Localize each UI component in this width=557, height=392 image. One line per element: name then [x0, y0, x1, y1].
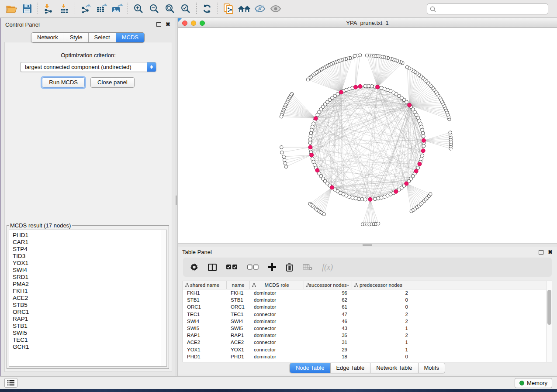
export-network-icon — [80, 3, 91, 14]
mcds-result-item[interactable]: SWI5 — [13, 330, 166, 337]
table-cell: 1 — [352, 346, 410, 353]
network-canvas[interactable] — [178, 28, 557, 243]
column-header-predecessor-nodes[interactable]: predecessor nodes — [352, 281, 410, 289]
zoom-out-button[interactable] — [146, 1, 162, 16]
mcds-result-list: PHD1CAR1STP4TID3YOX1SWI4SRD1PMA2FKH1ACE2… — [9, 230, 166, 351]
select-all-button[interactable] — [226, 265, 238, 270]
table-row[interactable]: TEC1TEC1connector472 — [183, 311, 552, 318]
close-table-panel-icon[interactable]: ✖ — [548, 250, 553, 254]
function-builder-button[interactable]: f(x) — [322, 263, 333, 272]
mcds-result-item[interactable]: STP4 — [13, 246, 166, 253]
table-cell: 0 — [352, 303, 410, 310]
table-row[interactable]: PHD1PHD1dominator180 — [183, 353, 552, 360]
column-header-name[interactable]: name — [227, 281, 250, 289]
column-header-successor-nodes[interactable]: successor nodes⌄ — [304, 281, 352, 289]
minimize-window-light[interactable] — [191, 21, 196, 26]
table-row[interactable]: SWI5SWI5connector431 — [183, 325, 552, 332]
search-input[interactable] — [438, 6, 545, 12]
table-cell: STB1 — [227, 296, 250, 303]
table-settings-button[interactable] — [190, 263, 198, 272]
memory-button[interactable]: Memory — [515, 378, 552, 388]
mcds-result-item[interactable]: FKH1 — [13, 288, 166, 295]
import-network-button[interactable] — [41, 1, 56, 16]
mcds-result-item[interactable]: TEC1 — [13, 337, 166, 344]
table-row[interactable]: ACE2ACE2connector311 — [183, 339, 552, 346]
clone-network-button[interactable] — [221, 1, 236, 16]
mcds-result-item[interactable]: PMA2 — [13, 281, 166, 288]
column-header-shared-name[interactable]: shared name — [183, 281, 227, 289]
hide-selected-button[interactable] — [252, 1, 268, 16]
task-history-button[interactable] — [4, 378, 17, 388]
mcds-result-item[interactable]: STB1 — [13, 323, 166, 330]
refresh-button[interactable] — [199, 1, 215, 16]
add-column-button[interactable] — [268, 263, 276, 271]
network-window-titlebar[interactable]: YPA_prune.txt_1 — [178, 18, 557, 28]
mcds-result-item[interactable]: TID3 — [13, 253, 166, 260]
table-row[interactable]: RAP1RAP1dominator352 — [183, 332, 552, 339]
vertical-splitter[interactable] — [175, 18, 178, 376]
table-tab-edge-table[interactable]: Edge Table — [330, 363, 370, 373]
mcds-result-item[interactable]: ORC1 — [13, 309, 166, 316]
mcds-result-item[interactable]: GCR1 — [13, 344, 166, 351]
mcds-result-item[interactable]: ACE2 — [13, 295, 166, 302]
table-row[interactable]: SWI4SWI4dominator462 — [183, 318, 552, 325]
table-row[interactable]: ORC1ORC1dominator610 — [183, 303, 552, 310]
tab-style[interactable]: Style — [64, 33, 89, 42]
import-network-icon — [43, 3, 54, 14]
table-cell: SWI4 — [183, 318, 227, 325]
float-panel-icon[interactable] — [156, 22, 161, 27]
zoom-in-button[interactable] — [131, 1, 146, 16]
zoom-window-light[interactable] — [200, 21, 205, 26]
mcds-result-item[interactable]: PHD1 — [13, 232, 166, 239]
horizontal-splitter[interactable] — [178, 243, 557, 247]
table-tab-network-table[interactable]: Network Table — [370, 363, 418, 373]
table-cell: 47 — [304, 311, 352, 318]
tab-mcds[interactable]: MCDS — [116, 33, 144, 42]
mcds-result-item[interactable]: SWI4 — [13, 267, 166, 274]
table-scrollbar[interactable] — [546, 281, 552, 362]
close-window-light[interactable] — [182, 21, 187, 26]
tab-select[interactable]: Select — [89, 33, 116, 42]
table-tab-motifs[interactable]: Motifs — [418, 363, 445, 373]
mcds-result-item[interactable]: SRD1 — [13, 274, 166, 281]
delete-table-button[interactable] — [303, 264, 312, 271]
mcds-result-item[interactable]: RAP1 — [13, 316, 166, 323]
zoom-selected-button[interactable] — [178, 1, 194, 16]
table-row[interactable]: FKH1FKH1dominator962 — [183, 289, 552, 296]
deselect-all-button[interactable] — [247, 265, 259, 270]
table-row[interactable]: STB1STB1dominator620 — [183, 296, 552, 303]
splitter-handle[interactable] — [176, 196, 177, 205]
import-table-button[interactable] — [56, 1, 72, 16]
table-cell: dominator — [250, 296, 304, 303]
float-table-panel-icon[interactable] — [539, 250, 543, 254]
table-row[interactable]: YOX1YOX1connector291 — [183, 346, 552, 353]
view-corner-marker — [178, 18, 182, 22]
open-file-button[interactable] — [3, 1, 19, 16]
column-header-MCDS-role[interactable]: MCDS role — [250, 281, 304, 289]
table-cell: connector — [250, 339, 304, 346]
delete-column-button[interactable] — [286, 263, 293, 272]
save-session-button[interactable] — [19, 1, 35, 16]
mcds-result-item[interactable]: YOX1 — [13, 260, 166, 267]
mcds-list-scrollbar[interactable] — [161, 230, 166, 366]
mcds-result-item[interactable]: STB5 — [13, 302, 166, 309]
splitter-handle[interactable] — [363, 244, 372, 246]
show-all-button[interactable] — [268, 1, 284, 16]
run-mcds-button[interactable]: Run MCDS — [42, 77, 85, 88]
export-image-button[interactable] — [109, 1, 125, 16]
mcds-result-item[interactable]: CAR1 — [13, 239, 166, 246]
close-panel-icon[interactable]: ✖ — [166, 22, 170, 27]
zoom-fit-button[interactable] — [162, 1, 178, 16]
optimization-criterion-select[interactable]: largest connected component (undirected) — [20, 62, 156, 72]
export-network-button[interactable] — [78, 1, 93, 16]
show-columns-button[interactable] — [208, 264, 217, 271]
toolbar-separator — [75, 3, 75, 15]
zoom-in-icon — [133, 3, 144, 14]
tab-network[interactable]: Network — [31, 33, 64, 42]
first-neighbors-button[interactable] — [236, 1, 252, 16]
close-panel-button[interactable]: Close panel — [90, 77, 135, 88]
table-tab-node-table[interactable]: Node Table — [290, 363, 331, 373]
table-cell: YOX1 — [183, 346, 227, 353]
table-scrollbar-thumb[interactable] — [547, 290, 551, 325]
export-table-button[interactable] — [93, 1, 109, 16]
